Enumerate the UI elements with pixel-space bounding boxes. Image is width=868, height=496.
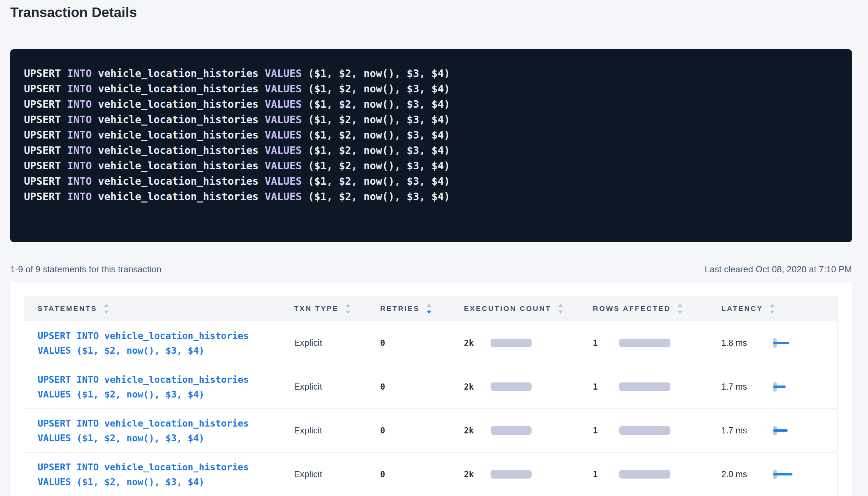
column-header-label: RETRIES — [380, 304, 420, 313]
retries-cell: 0 — [380, 338, 464, 348]
sort-arrows-icon — [678, 304, 682, 314]
statement-cell: UPSERT INTO vehicle_location_historiesVA… — [24, 460, 294, 489]
retries-cell: 0 — [380, 426, 464, 435]
sort-desc-icon — [427, 311, 431, 314]
latency-cell: 1.7 ms — [721, 382, 838, 392]
execution-count-bar — [491, 470, 532, 479]
txn-type-cell: Explicit — [294, 338, 380, 348]
rows-affected: 1 — [593, 338, 721, 348]
latency-cell: 1.7 ms — [721, 426, 838, 435]
rows-affected-bar — [619, 339, 670, 347]
sql-line: UPSERT INTO vehicle_location_histories V… — [24, 81, 838, 96]
statement-link[interactable]: UPSERT INTO vehicle_location_historiesVA… — [38, 416, 294, 445]
statements-table-card: STATEMENTSTXN TYPERETRIESEXECUTION COUNT… — [10, 282, 852, 496]
column-header-label: ROWS AFFECTED — [593, 304, 671, 313]
sort-arrows-icon — [558, 304, 563, 314]
statement-link[interactable]: UPSERT INTO vehicle_location_historiesVA… — [38, 328, 294, 358]
column-header-statements[interactable]: STATEMENTS — [24, 304, 294, 314]
execution-count-bar — [491, 426, 532, 435]
latency-bar — [773, 429, 788, 432]
sql-line: UPSERT INTO vehicle_location_histories V… — [24, 173, 838, 189]
sort-asc-icon — [346, 304, 350, 307]
sort-desc-icon — [678, 311, 682, 314]
sql-line: UPSERT INTO vehicle_location_histories V… — [24, 143, 838, 158]
rows-affected: 1 — [593, 382, 721, 392]
sort-arrows-icon — [427, 304, 431, 314]
latency-bar-chart — [773, 382, 804, 392]
column-header-txn-type[interactable]: TXN TYPE — [294, 304, 380, 314]
sort-desc-icon — [104, 311, 109, 314]
execution-count: 2k — [464, 426, 593, 435]
status-bar: 1-9 of 9 statements for this transaction… — [10, 263, 852, 275]
execution-count-bar — [491, 382, 532, 391]
column-header-rows-affected[interactable]: ROWS AFFECTED — [593, 304, 721, 314]
sql-line: UPSERT INTO vehicle_location_histories V… — [24, 66, 838, 81]
column-header-label: TXN TYPE — [294, 304, 339, 313]
sql-line: UPSERT INTO vehicle_location_histories V… — [24, 127, 838, 143]
txn-type-cell: Explicit — [294, 425, 380, 436]
sort-arrows-icon — [346, 304, 350, 314]
sql-statement-lines: UPSERT INTO vehicle_location_histories V… — [24, 66, 838, 204]
statement-row: UPSERT INTO vehicle_location_historiesVA… — [24, 453, 837, 496]
latency-bar-chart — [773, 338, 804, 348]
latency-bar — [773, 342, 789, 344]
sort-asc-icon — [558, 304, 563, 307]
sort-desc-icon — [346, 311, 350, 314]
rows-affected-bar — [619, 426, 670, 435]
sort-asc-icon — [770, 304, 775, 307]
sql-line: UPSERT INTO vehicle_location_histories V… — [24, 96, 838, 112]
execution-count: 2k — [464, 382, 593, 392]
sort-arrows-icon — [104, 304, 109, 314]
statement-row: UPSERT INTO vehicle_location_historiesVA… — [24, 409, 837, 453]
retries-cell: 0 — [380, 382, 464, 392]
column-header-execution-count[interactable]: EXECUTION COUNT — [464, 304, 593, 314]
latency-bar — [773, 473, 792, 475]
sort-asc-icon — [104, 304, 109, 307]
sort-desc-icon — [770, 311, 775, 314]
statements-table: STATEMENTSTXN TYPERETRIESEXECUTION COUNT… — [24, 296, 838, 496]
execution-count: 2k — [464, 338, 593, 348]
rows-affected-bar — [619, 470, 670, 479]
statement-link[interactable]: UPSERT INTO vehicle_location_historiesVA… — [38, 372, 294, 402]
latency-bar — [773, 386, 786, 388]
column-header-label: EXECUTION COUNT — [464, 304, 551, 313]
sql-line: UPSERT INTO vehicle_location_histories V… — [24, 112, 838, 127]
sql-line: UPSERT INTO vehicle_location_histories V… — [24, 158, 838, 173]
statement-cell: UPSERT INTO vehicle_location_historiesVA… — [24, 372, 294, 402]
statement-row: UPSERT INTO vehicle_location_historiesVA… — [24, 365, 837, 409]
latency-bar-chart — [773, 470, 804, 479]
rows-affected: 1 — [593, 470, 721, 479]
latency-bar-chart — [773, 426, 804, 435]
execution-count-bar — [491, 339, 532, 347]
page-title: Transaction Details — [10, 4, 137, 21]
statements-count-text: 1-9 of 9 statements for this transaction — [10, 263, 161, 275]
table-body: UPSERT INTO vehicle_location_historiesVA… — [24, 321, 837, 496]
statement-link[interactable]: UPSERT INTO vehicle_location_historiesVA… — [38, 460, 294, 489]
statement-cell: UPSERT INTO vehicle_location_historiesVA… — [24, 328, 294, 358]
sort-asc-icon — [678, 304, 682, 307]
sql-line: UPSERT INTO vehicle_location_histories V… — [24, 189, 838, 204]
column-header-latency[interactable]: LATENCY — [721, 304, 838, 314]
sort-arrows-icon — [770, 304, 775, 314]
latency-cell: 2.0 ms — [721, 469, 838, 479]
last-cleared-text: Last cleared Oct 08, 2020 at 7:10 PM — [705, 263, 852, 275]
rows-affected: 1 — [593, 426, 721, 435]
transaction-statements-code-block: UPSERT INTO vehicle_location_histories V… — [10, 49, 852, 242]
column-header-label: STATEMENTS — [38, 304, 97, 313]
table-header-row: STATEMENTSTXN TYPERETRIESEXECUTION COUNT… — [24, 296, 837, 321]
retries-cell: 0 — [380, 470, 464, 479]
rows-affected-bar — [619, 382, 670, 391]
column-header-retries[interactable]: RETRIES — [380, 304, 464, 314]
sort-asc-icon — [427, 304, 431, 307]
statement-row: UPSERT INTO vehicle_location_historiesVA… — [24, 321, 837, 365]
latency-cell: 1.8 ms — [721, 338, 838, 348]
execution-count: 2k — [464, 470, 593, 479]
sort-desc-icon — [558, 311, 563, 314]
column-header-label: LATENCY — [721, 304, 763, 313]
txn-type-cell: Explicit — [294, 469, 380, 480]
statement-cell: UPSERT INTO vehicle_location_historiesVA… — [24, 416, 294, 445]
txn-type-cell: Explicit — [294, 381, 380, 392]
